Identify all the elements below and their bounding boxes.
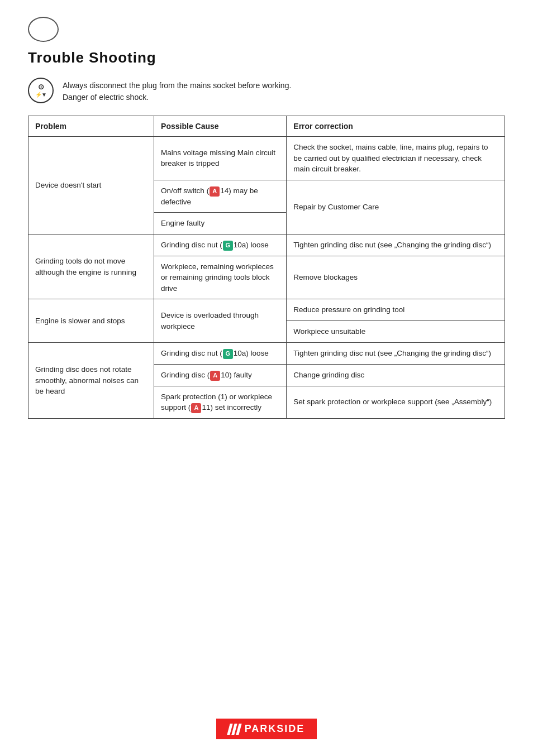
correction-cell: Check the socket, mains cable, line, mai… [287, 137, 505, 180]
logo-circle [28, 17, 59, 42]
problem-cell: Grinding tools do not move although the … [28, 234, 154, 299]
warning-box: ⊙ ⚡▼ Always disconnect the plug from the… [28, 78, 505, 103]
correction-cell: Remove blockages [287, 256, 505, 299]
g-badge: G [223, 349, 233, 359]
cause-cell: On/off switch (A14) may be defective [154, 180, 287, 213]
troubleshoot-table: Problem Possible Cause Error correction … [28, 116, 505, 419]
warning-line2: Danger of electric shock. [63, 92, 291, 103]
a-badge: A [191, 403, 201, 413]
a-badge: A [210, 371, 220, 381]
correction-cell: Repair by Customer Care [287, 180, 505, 234]
cause-cell: Mains voltage missing Main circuit break… [154, 137, 287, 180]
cause-cell: Device is overloaded through workpiece [154, 299, 287, 342]
cause-cell: Grinding disc nut (G10a) loose [154, 342, 287, 364]
warning-icon: ⊙ ⚡▼ [28, 78, 54, 103]
parkside-brand: PARKSIDE [245, 723, 305, 735]
cause-cell: Engine faulty [154, 213, 287, 235]
page: Trouble Shooting ⊙ ⚡▼ Always disconnect … [0, 0, 533, 756]
cause-cell: Grinding disc nut (G10a) loose [154, 234, 287, 256]
problem-cell: Device doesn't start [28, 137, 154, 235]
cause-cell: Spark protection (1) or workpiece suppor… [154, 386, 287, 419]
parkside-logo: PARKSIDE [216, 719, 317, 739]
correction-cell: Tighten grinding disc nut (see „Changing… [287, 234, 505, 256]
g-badge: G [223, 241, 233, 251]
correction-cell: Reduce pressure on grinding tool [287, 299, 505, 321]
col-correction: Error correction [287, 116, 505, 137]
footer: PARKSIDE [0, 719, 533, 739]
cause-cell: Workpiece, remaining workpieces or remai… [154, 256, 287, 299]
problem-cell: Engine is slower and stops [28, 299, 154, 342]
page-title: Trouble Shooting [28, 49, 505, 66]
correction-cell: Workpiece unsuitable [287, 321, 505, 343]
warning-line1: Always disconnect the plug from the main… [63, 80, 291, 92]
correction-cell: Change grinding disc [287, 364, 505, 386]
cause-cell: Grinding disc (A10) faulty [154, 364, 287, 386]
correction-cell: Tighten grinding disc nut (see „Changing… [287, 342, 505, 364]
parkside-stripes [229, 724, 240, 735]
correction-cell: Set spark protection or workpiece suppor… [287, 386, 505, 419]
warning-text: Always disconnect the plug from the main… [63, 78, 291, 103]
a-badge: A [210, 186, 220, 197]
problem-cell: Grinding disc does not rotate smoothly, … [28, 342, 154, 418]
col-cause: Possible Cause [154, 116, 287, 137]
col-problem: Problem [28, 116, 154, 137]
